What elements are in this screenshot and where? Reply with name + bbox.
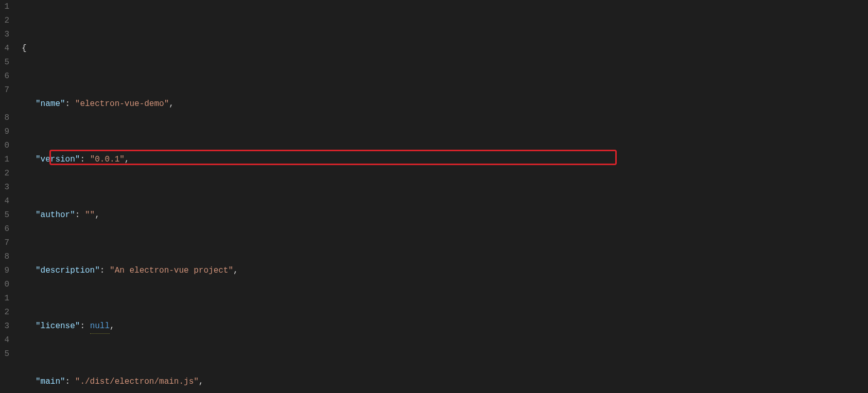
- line-number: 7: [0, 83, 9, 97]
- line-number-gutter: 1234567890123456789012345: [0, 0, 12, 393]
- line-number: 4: [0, 333, 9, 347]
- json-key: "name": [36, 97, 65, 111]
- line-number: 1: [0, 0, 9, 14]
- line-number: 3: [0, 319, 9, 333]
- json-key: "version": [36, 153, 80, 167]
- line-number: 0: [0, 139, 9, 153]
- json-value: "electron-vue-demo": [75, 97, 169, 111]
- line-number: 2: [0, 14, 9, 28]
- json-key: "description": [36, 264, 100, 278]
- json-value: "An electron-vue project": [110, 264, 233, 278]
- line-number: 7: [0, 236, 9, 250]
- code-line[interactable]: "license": null,: [12, 319, 868, 333]
- json-value: "": [85, 208, 95, 222]
- line-number: 0: [0, 278, 9, 292]
- line-number: 4: [0, 42, 9, 56]
- json-key: "license": [36, 319, 80, 333]
- line-number: 8: [0, 250, 9, 264]
- line-number: 2: [0, 306, 9, 319]
- code-line[interactable]: "name": "electron-vue-demo",: [12, 97, 868, 111]
- line-number: 4: [0, 194, 9, 208]
- json-key: "author": [36, 208, 75, 222]
- line-number: 1: [0, 292, 9, 306]
- code-line[interactable]: "version": "0.0.1",: [12, 153, 868, 167]
- json-value: "0.0.1": [90, 153, 125, 167]
- json-key: "main": [36, 375, 65, 389]
- json-null: null: [90, 319, 110, 334]
- code-line[interactable]: "main": "./dist/electron/main.js",: [12, 375, 868, 389]
- line-number: 6: [0, 222, 9, 236]
- code-line[interactable]: {: [12, 42, 868, 56]
- line-number: 9: [0, 264, 9, 278]
- line-number: 1: [0, 153, 9, 167]
- line-number: 3: [0, 181, 9, 194]
- line-number: 2: [0, 167, 9, 181]
- line-number: [0, 97, 9, 111]
- code-line[interactable]: "description": "An electron-vue project"…: [12, 264, 868, 278]
- line-number: 3: [0, 28, 9, 42]
- brace-open: {: [22, 42, 27, 56]
- json-value: "./dist/electron/main.js": [75, 375, 199, 389]
- line-number: 6: [0, 69, 9, 83]
- line-number: 9: [0, 125, 9, 139]
- line-number: 8: [0, 111, 9, 125]
- line-number: 5: [0, 347, 9, 361]
- code-editor[interactable]: 1234567890123456789012345 { "name": "ele…: [0, 0, 868, 393]
- code-area[interactable]: { "name": "electron-vue-demo", "version"…: [12, 0, 868, 393]
- line-number: 5: [0, 208, 9, 222]
- line-number: 5: [0, 56, 9, 69]
- code-line[interactable]: "author": "",: [12, 208, 868, 222]
